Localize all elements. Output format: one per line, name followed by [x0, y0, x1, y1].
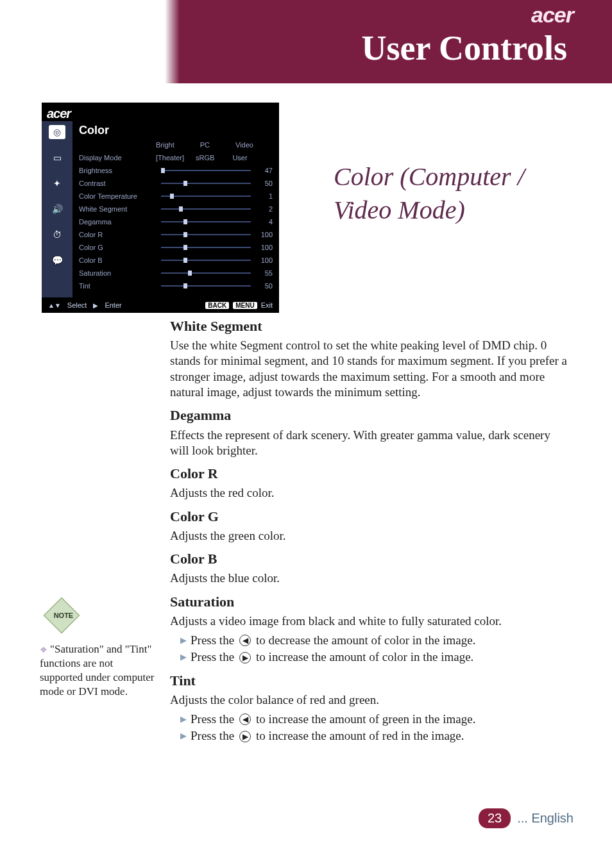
osd-footer-enter: Enter [105, 301, 121, 309]
para-degamma: Effects the represent of dark scenery. W… [170, 428, 568, 459]
bullet-text: Press the [191, 712, 234, 727]
osd-row-display-mode: Display Mode [Theater] sRGB User [79, 151, 273, 164]
bullet-tint-green: ▶ Press the ◀ to increase the amount of … [180, 712, 568, 727]
osd-row: Color Temperature1 [79, 190, 273, 203]
osd-display-mode-opt: User [232, 154, 247, 162]
bullet-icon: ▶ [180, 652, 187, 663]
osd-mode-col: Video [235, 141, 253, 149]
bullet-icon: ▶ [180, 635, 187, 646]
osd-row-label: Display Mode [79, 154, 156, 162]
osd-brand-logo: acer [47, 106, 71, 121]
osd-row-value: 50 [256, 282, 273, 290]
note-text-content: "Saturation" and "Tint" functions are no… [40, 643, 154, 697]
header-band: acer User Controls [0, 0, 612, 83]
osd-row-label: Saturation [79, 269, 156, 277]
bullet-saturation-increase: ▶ Press the ▶ to increase the amount of … [180, 649, 568, 665]
heading-color-r: Color R [170, 465, 568, 483]
section-title: Color (Computer / Video Mode) [334, 160, 577, 227]
para-tint: Adjusts the color balance of red and gre… [170, 692, 568, 708]
para-color-b: Adjusts the blue color. [170, 571, 568, 586]
bullet-text: Press the [191, 728, 234, 744]
osd-row-value: 4 [256, 218, 273, 226]
note-flag-icon: NOTE [44, 597, 80, 634]
para-color-g: Adjusts the green color. [170, 528, 568, 544]
osd-row-value: 47 [256, 167, 273, 174]
osd-row: Color G100 [79, 241, 273, 254]
osd-row: Saturation55 [79, 267, 273, 280]
heading-white-segment: White Segment [170, 317, 568, 335]
page-header-title: User Controls [362, 28, 568, 68]
osd-screenshot: acer ◎ ▭ ✦ 🔊 ⏱ 💬 Color Bright PC Video D… [42, 103, 279, 313]
right-arrow-icon: ▶ [239, 731, 251, 742]
osd-row-value: 2 [256, 205, 273, 213]
osd-row-value: 55 [256, 269, 273, 277]
osd-icon-timer: ⏱ [49, 228, 65, 242]
bullet-text: to decrease the amount of color in the i… [256, 633, 475, 648]
osd-row-label: White Segment [79, 205, 156, 213]
note-text: ❖"Saturation" and "Tint" functions are n… [40, 642, 155, 699]
osd-row-value: 100 [256, 231, 273, 238]
osd-mode-col: Bright [156, 141, 174, 149]
bullet-text: Press the [191, 649, 234, 665]
osd-row: Color B100 [79, 254, 273, 267]
updown-icon: ▲▼ [48, 302, 61, 309]
osd-row-label: Color R [79, 231, 156, 238]
note-block: NOTE ❖"Saturation" and "Tint" functions … [40, 603, 155, 699]
osd-row-label: Color B [79, 256, 156, 264]
bullet-text: to increase the amount of green in the i… [256, 712, 475, 727]
osd-icon-management: ✦ [49, 176, 65, 190]
heading-tint: Tint [170, 672, 568, 690]
right-icon: ▶ [93, 302, 98, 309]
osd-row: White Segment2 [79, 203, 273, 215]
osd-row: Degamma4 [79, 215, 273, 228]
osd-footer-menu: MENU [233, 302, 257, 309]
body-content: White Segment Use the white Segment cont… [170, 311, 568, 746]
osd-row-value: 50 [256, 179, 273, 187]
osd-footer-exit: Exit [261, 301, 273, 309]
acer-logo: acer [531, 3, 574, 28]
note-flag-label: NOTE [54, 611, 74, 620]
osd-row-label: Color Temperature [79, 192, 156, 200]
para-saturation: Adjusts a video image from black and whi… [170, 613, 568, 629]
page-footer: 23 ... English [479, 808, 574, 828]
osd-row-value: 100 [256, 244, 273, 251]
heading-degamma: Degamma [170, 406, 568, 424]
osd-row-label: Tint [79, 282, 156, 290]
osd-row-label: Brightness [79, 167, 156, 174]
bullet-icon: ▶ [180, 731, 187, 742]
osd-icon-language: 💬 [49, 253, 65, 267]
osd-row: Color R100 [79, 228, 273, 241]
osd-row: Brightness47 [79, 164, 273, 177]
osd-footer-back: BACK [205, 302, 229, 309]
page-language: ... English [517, 811, 574, 826]
osd-row-label: Contrast [79, 179, 156, 187]
bullet-text: to increase the amount of color in the i… [256, 649, 473, 665]
osd-display-mode-opt: sRGB [196, 154, 214, 162]
osd-mode-col: PC [200, 141, 210, 149]
osd-row: Tint50 [79, 280, 273, 292]
left-arrow-icon: ◀ [239, 714, 251, 725]
osd-icon-audio: 🔊 [49, 202, 65, 216]
osd-row: Contrast50 [79, 177, 273, 190]
osd-row-value: 1 [256, 192, 273, 200]
page-number: 23 [479, 808, 511, 828]
bullet-saturation-decrease: ▶ Press the ◀ to decrease the amount of … [180, 633, 568, 648]
osd-heading: Color [79, 124, 273, 137]
osd-row-label: Degamma [79, 218, 156, 226]
osd-display-mode-opt: [Theater] [156, 154, 184, 162]
bullet-tint-red: ▶ Press the ▶ to increase the amount of … [180, 728, 568, 744]
osd-icon-image: ▭ [49, 151, 65, 165]
osd-footer-select: Select [67, 301, 87, 309]
para-color-r: Adjusts the red color. [170, 485, 568, 501]
osd-icon-color: ◎ [49, 125, 65, 139]
bullet-text: Press the [191, 633, 234, 648]
diamond-icon: ❖ [40, 645, 47, 655]
bullet-text: to increase the amount of red in the ima… [256, 728, 464, 744]
left-arrow-icon: ◀ [239, 635, 251, 646]
osd-row-value: 100 [256, 256, 273, 264]
heading-color-b: Color B [170, 550, 568, 568]
osd-category-icons: ◎ ▭ ✦ 🔊 ⏱ 💬 [42, 121, 72, 297]
osd-mode-columns: Bright PC Video [156, 141, 273, 149]
para-white-segment: Use the white Segment control to set the… [170, 338, 568, 400]
right-arrow-icon: ▶ [239, 652, 251, 664]
